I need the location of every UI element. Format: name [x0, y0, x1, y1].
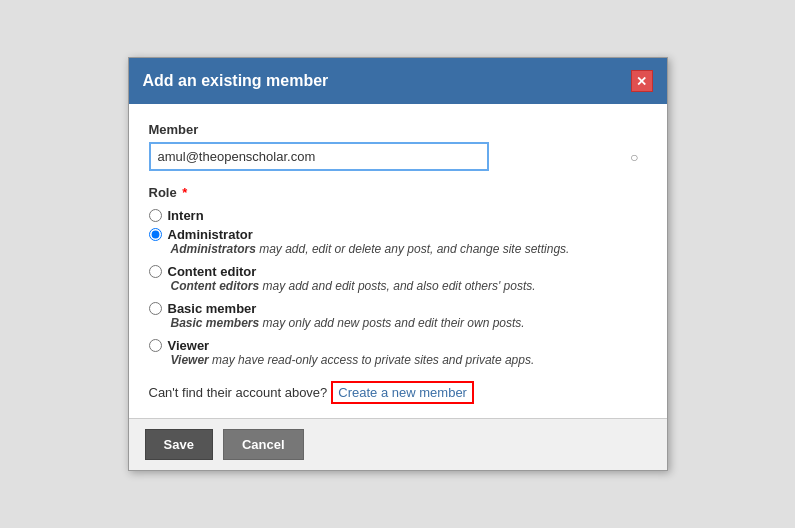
- role-option-intern: Intern: [149, 208, 647, 223]
- dialog-header: Add an existing member ✕: [129, 58, 667, 104]
- role-name-content-editor: Content editor: [168, 264, 257, 279]
- radio-content-editor[interactable]: [149, 265, 162, 278]
- create-new-member-link[interactable]: Create a new member: [331, 381, 474, 404]
- member-label: Member: [149, 122, 647, 137]
- clear-input-icon[interactable]: ○: [630, 149, 638, 165]
- dialog-body: Member ○ Role * Intern Administrator: [129, 104, 667, 418]
- role-label: Role *: [149, 185, 647, 200]
- role-name-viewer: Viewer: [168, 338, 210, 353]
- cant-find-section: Can't find their account above? Create a…: [149, 381, 647, 404]
- role-option-basic-member: Basic member Basic members may only add …: [149, 301, 647, 330]
- radio-intern[interactable]: [149, 209, 162, 222]
- cant-find-text: Can't find their account above?: [149, 385, 328, 400]
- save-button[interactable]: Save: [145, 429, 213, 460]
- role-name-administrator: Administrator: [168, 227, 253, 242]
- radio-viewer[interactable]: [149, 339, 162, 352]
- member-input-wrap: ○: [149, 142, 647, 171]
- role-section: Role * Intern Administrator Administrato…: [149, 185, 647, 367]
- close-button[interactable]: ✕: [631, 70, 653, 92]
- cancel-button[interactable]: Cancel: [223, 429, 304, 460]
- role-desc-basic-member: Basic members may only add new posts and…: [171, 316, 647, 330]
- role-option-content-editor: Content editor Content editors may add a…: [149, 264, 647, 293]
- dialog-title: Add an existing member: [143, 72, 329, 90]
- radio-administrator[interactable]: [149, 228, 162, 241]
- role-option-viewer: Viewer Viewer may have read-only access …: [149, 338, 647, 367]
- radio-basic-member[interactable]: [149, 302, 162, 315]
- dialog-footer: Save Cancel: [129, 418, 667, 470]
- role-option-administrator: Administrator Administrators may add, ed…: [149, 227, 647, 256]
- member-input[interactable]: [149, 142, 489, 171]
- required-star: *: [179, 185, 188, 200]
- add-member-dialog: Add an existing member ✕ Member ○ Role *…: [128, 57, 668, 471]
- role-desc-viewer: Viewer may have read-only access to priv…: [171, 353, 647, 367]
- role-name-intern: Intern: [168, 208, 204, 223]
- role-name-basic-member: Basic member: [168, 301, 257, 316]
- role-desc-administrator: Administrators may add, edit or delete a…: [171, 242, 647, 256]
- role-desc-content-editor: Content editors may add and edit posts, …: [171, 279, 647, 293]
